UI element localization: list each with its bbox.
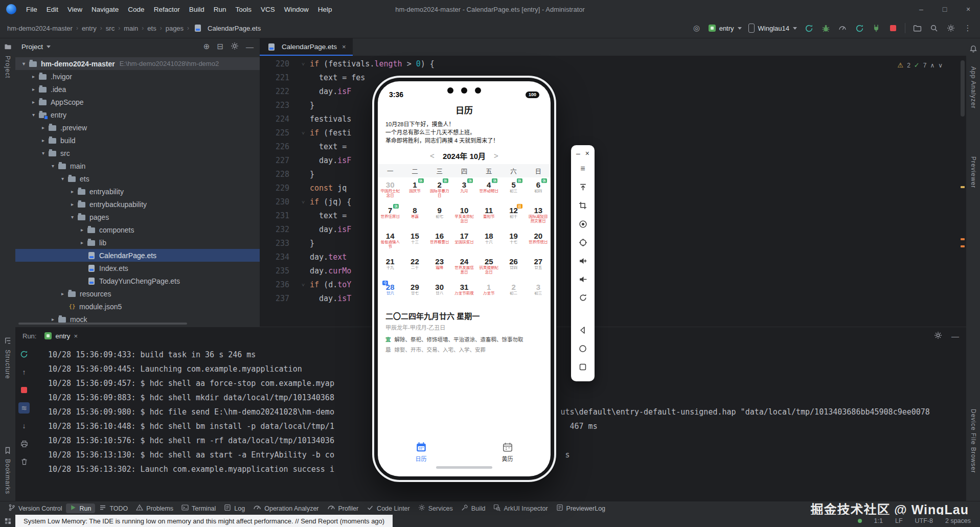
menu-item-refactor[interactable]: Refactor — [149, 6, 185, 13]
calendar-day-cell[interactable]: 19十七 — [501, 228, 526, 254]
line-number[interactable]: 225 — [260, 126, 297, 140]
prev-month-button[interactable]: < — [430, 151, 435, 160]
calendar-day-cell[interactable]: 8寒露 — [402, 203, 427, 228]
fold-icon[interactable] — [297, 223, 310, 237]
calendar-day-cell[interactable]: 20世界传统日 — [526, 228, 551, 254]
tool-button-arkui-inspector[interactable]: ArkUI Inspector — [489, 503, 552, 514]
line-number[interactable]: 231 — [260, 209, 297, 223]
calendar-day-cell[interactable]: 休3九月 — [452, 177, 476, 203]
menu-item-run[interactable]: Run — [209, 6, 231, 13]
breadcrumb-item[interactable]: main — [124, 25, 138, 32]
line-number[interactable]: 229 — [260, 181, 297, 195]
low-memory-message[interactable]: System Low Memory: The IDE is running lo… — [15, 515, 393, 527]
line-number[interactable]: 226 — [260, 140, 297, 154]
menu-item-vcs[interactable]: VCS — [256, 6, 280, 13]
line-number[interactable]: 235 — [260, 264, 297, 278]
status-corner-icon[interactable] — [0, 515, 15, 527]
tab-calendar[interactable]: 日历 — [378, 442, 464, 463]
code-area[interactable]: 220˅if (festivals.length > 0) {221 text … — [260, 57, 959, 327]
line-number[interactable]: 223 — [260, 99, 297, 112]
maximize-window-button[interactable]: □ — [933, 0, 956, 18]
tree-item-appscope[interactable]: ▸AppScope — [15, 96, 260, 108]
fold-icon[interactable]: ˅ — [297, 195, 310, 209]
sidebar-item-structure[interactable]: Structure — [0, 337, 15, 379]
calendar-day-cell[interactable]: 26廿四 — [501, 254, 526, 280]
calendar-day-cell[interactable]: 24世界发展信息日 — [452, 254, 476, 280]
run-tab-entry[interactable]: entry × — [44, 332, 78, 340]
calendar-day-cell[interactable]: 23霜降 — [427, 254, 452, 280]
home-indicator[interactable] — [436, 466, 492, 469]
tree-item-todayyunchengpage-ets[interactable]: TodayYunChengPage.ets — [15, 274, 260, 287]
calendar-day-cell[interactable]: 22二十 — [402, 254, 427, 280]
settings-gear-icon[interactable] — [934, 331, 942, 341]
line-number[interactable]: 230 — [260, 195, 297, 209]
stop-icon[interactable] — [18, 384, 30, 396]
menu-item-tools[interactable]: Tools — [231, 6, 256, 13]
breadcrumb-item[interactable]: pages — [166, 25, 184, 32]
tree-item-ets[interactable]: ▾ets — [15, 172, 260, 185]
tree-item-componets[interactable]: ▸componets — [15, 223, 260, 236]
menu-item-navigate[interactable]: Navigate — [87, 6, 123, 13]
status-item[interactable]: LF — [895, 517, 903, 524]
close-tab-icon[interactable]: × — [342, 43, 346, 51]
home-icon[interactable] — [571, 339, 595, 358]
fold-icon[interactable] — [297, 112, 310, 126]
tree-chevron-icon[interactable]: ▾ — [68, 214, 77, 220]
tree-chevron-icon[interactable]: ▸ — [78, 227, 86, 233]
fold-icon[interactable] — [297, 292, 310, 306]
line-number[interactable]: 224 — [260, 112, 297, 126]
calendar-day-cell[interactable]: 25抗美援朝纪念日 — [476, 254, 501, 280]
close-window-button[interactable]: × — [956, 0, 980, 18]
calendar-day-cell[interactable]: 10辛亥革命纪念日 — [452, 203, 476, 228]
status-item[interactable]: UTF-8 — [915, 517, 933, 524]
line-number[interactable]: 234 — [260, 250, 297, 264]
tree-chevron-icon[interactable]: ▸ — [29, 74, 38, 79]
tree-chevron-icon[interactable]: ▾ — [49, 163, 57, 169]
tree-chevron-icon[interactable]: ▸ — [78, 240, 86, 245]
recents-icon[interactable] — [571, 358, 595, 376]
fold-icon[interactable] — [297, 154, 310, 168]
line-number[interactable]: 222 — [260, 85, 297, 99]
volume-up-icon[interactable] — [571, 251, 595, 270]
device-file-browser-icon[interactable] — [912, 23, 922, 33]
line-number[interactable]: 227 — [260, 154, 297, 168]
menu-item-code[interactable]: Code — [123, 6, 149, 13]
run-icon[interactable] — [804, 23, 814, 33]
tree-chevron-icon[interactable]: ▸ — [68, 189, 77, 194]
fold-icon[interactable] — [297, 181, 310, 195]
sidebar-item-device-file-browser[interactable]: Device File Browser — [966, 409, 980, 473]
tool-button-todo[interactable]: TODO — [95, 503, 132, 514]
fold-icon[interactable]: ˅ — [297, 126, 310, 140]
breadcrumb-item[interactable]: entry — [82, 25, 97, 32]
hide-panel-icon[interactable]: — — [951, 332, 959, 340]
fold-icon[interactable] — [297, 250, 310, 264]
tree-item-src[interactable]: ▾src — [15, 147, 260, 159]
tree-item-hm-demo2024-master[interactable]: ▾hm-demo2024-masterE:\hm-demo20241028\hm… — [15, 57, 260, 70]
horizontal-scrollbar[interactable] — [18, 323, 187, 325]
tree-item-module-json5[interactable]: {}module.json5 — [15, 300, 260, 313]
scrollbar-thumb[interactable] — [961, 60, 965, 117]
calendar-day-cell[interactable]: 16世界粮食日 — [427, 228, 452, 254]
rotate-icon[interactable] — [571, 288, 595, 307]
calendar-day-cell[interactable]: 15十三 — [402, 228, 427, 254]
tool-button-terminal[interactable]: Terminal — [177, 503, 220, 514]
tree-item--idea[interactable]: ▸.idea — [15, 83, 260, 96]
options-gear-icon[interactable] — [231, 42, 239, 52]
breadcrumb-item[interactable]: ets — [147, 25, 156, 32]
tree-chevron-icon[interactable]: ▸ — [29, 86, 38, 92]
tree-chevron-icon[interactable]: ▸ — [29, 99, 38, 105]
breadcrumb-item[interactable]: src — [106, 25, 115, 32]
tree-chevron-icon[interactable]: ▸ — [68, 201, 77, 207]
search-icon[interactable] — [929, 23, 939, 33]
tree-item-entrybackupability[interactable]: ▸entrybackupability — [15, 198, 260, 211]
attach-icon[interactable] — [871, 23, 881, 33]
tool-button-previewerlog[interactable]: PreviewerLog — [552, 503, 609, 514]
restart-icon[interactable] — [854, 23, 864, 33]
collapse-all-icon[interactable]: ⊟ — [217, 42, 223, 51]
target-icon[interactable]: ◎ — [692, 23, 702, 33]
fold-icon[interactable]: ˅ — [297, 278, 310, 292]
fold-icon[interactable] — [297, 85, 310, 99]
calendar-day-cell[interactable]: 31万圣节前夜 — [452, 280, 476, 305]
scroll-to-end-icon[interactable]: ↓ — [18, 420, 30, 431]
calendar-day-cell[interactable]: 1万圣节 — [476, 280, 501, 305]
